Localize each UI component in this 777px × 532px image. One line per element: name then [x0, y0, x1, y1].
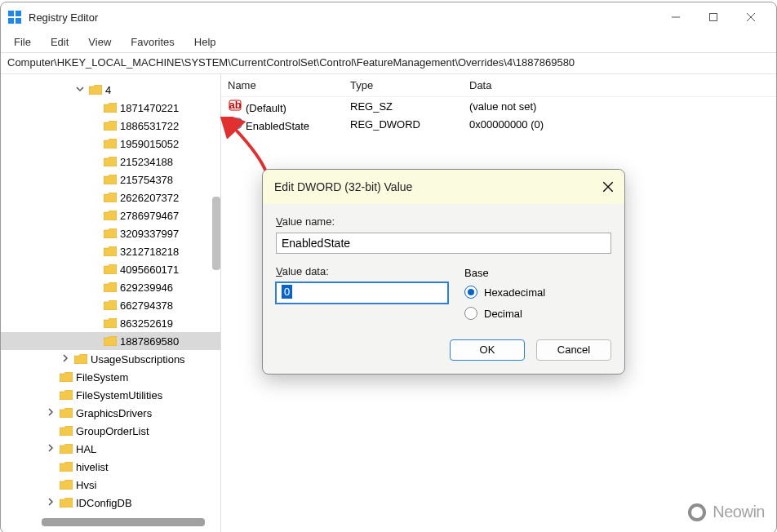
value-row[interactable]: 011EnabledStateREG_DWORD0x00000000 (0) [221, 115, 776, 133]
base-label: Base [464, 267, 611, 279]
tree-item[interactable]: 662794378 [1, 296, 220, 314]
tree-label: GraphicsDrivers [76, 407, 152, 419]
cancel-button[interactable]: Cancel [536, 339, 611, 361]
radio-decimal[interactable]: Decimal [464, 307, 611, 320]
svg-rect-3 [16, 18, 21, 24]
menu-help[interactable]: Help [186, 33, 224, 51]
tree-item[interactable]: 1886531722 [1, 117, 220, 135]
tree-pane[interactable]: 4187147022118865317221959015052215234188… [1, 74, 221, 532]
value-data-input[interactable]: 0 [276, 282, 448, 304]
tree-item[interactable]: HAL [1, 440, 220, 458]
folder-icon [74, 354, 87, 364]
tree-item[interactable]: 4095660171 [1, 260, 220, 278]
tree-label: IDConfigDB [76, 497, 132, 509]
chevron-right-icon[interactable] [45, 444, 56, 454]
base-group: Base Hexadecimal Decimal [464, 265, 611, 330]
tree-item[interactable]: 2786979467 [1, 206, 220, 224]
tree-label: Hvsi [76, 479, 96, 491]
tree-item[interactable]: 4 [1, 81, 220, 99]
tree-label: hivelist [76, 461, 109, 473]
close-button[interactable] [732, 2, 770, 32]
menu-file[interactable]: File [6, 33, 39, 51]
tree-item[interactable]: 1871470221 [1, 99, 220, 117]
tree-item[interactable]: Hvsi [1, 476, 220, 494]
tree-item[interactable]: 215234188 [1, 153, 220, 171]
svg-rect-0 [8, 11, 14, 16]
tree-item[interactable]: IDConfigDB [1, 494, 220, 512]
dword-value-icon: 011 [228, 116, 242, 131]
radio-dot-icon [464, 307, 477, 320]
folder-icon [104, 264, 117, 274]
tree-label: 1871470221 [120, 102, 179, 114]
ok-button[interactable]: OK [450, 339, 525, 361]
tree-scrollbar-vertical[interactable] [212, 197, 220, 270]
tree-item[interactable]: UsageSubscriptions [1, 350, 220, 368]
dialog-close-button[interactable] [603, 180, 613, 194]
menu-view[interactable]: View [80, 33, 119, 51]
folder-icon [104, 157, 117, 166]
folder-icon [89, 85, 102, 95]
column-type[interactable]: Type [350, 79, 469, 91]
hex-label: Hexadecimal [484, 286, 545, 299]
menu-edit[interactable]: Edit [42, 33, 77, 51]
registry-editor-icon [7, 10, 22, 24]
tree-item[interactable]: 1959015052 [1, 135, 220, 153]
folder-icon [60, 462, 73, 472]
tree-item[interactable]: GraphicsDrivers [1, 404, 220, 422]
value-name-input[interactable] [276, 233, 611, 254]
value-name-cell: 011EnabledState [228, 116, 350, 132]
value-type-cell: REG_DWORD [350, 118, 469, 131]
folder-icon [104, 282, 117, 292]
tree-label: 2626207372 [120, 192, 179, 204]
tree-label: 3212718218 [120, 246, 179, 258]
minimize-button[interactable] [657, 2, 695, 32]
folder-icon [104, 336, 117, 346]
folder-icon [60, 444, 73, 454]
column-data[interactable]: Data [469, 79, 770, 91]
tree-item[interactable]: 1887869580 [1, 332, 220, 350]
menu-favorites[interactable]: Favorites [122, 33, 182, 51]
chevron-right-icon[interactable] [45, 498, 56, 508]
tree-item[interactable]: 3209337997 [1, 224, 220, 242]
tree-item[interactable]: GroupOrderList [1, 422, 220, 440]
tree-label: 863252619 [120, 317, 173, 330]
svg-rect-1 [16, 11, 21, 16]
folder-icon [104, 228, 117, 238]
value-name-cell: ab(Default) [228, 98, 350, 114]
folder-icon [104, 246, 117, 256]
radio-hexadecimal[interactable]: Hexadecimal [464, 286, 611, 299]
tree-item[interactable]: FileSystem [1, 368, 220, 386]
tree-label: 1959015052 [120, 138, 179, 150]
svg-rect-2 [8, 18, 14, 24]
tree-label: 4095660171 [120, 264, 179, 276]
tree-label: 4 [105, 84, 111, 96]
window-title: Registry Editor [29, 11, 657, 24]
tree-item[interactable]: 629239946 [1, 278, 220, 296]
values-header: Name Type Data [221, 74, 776, 97]
tree-item[interactable]: 863252619 [1, 314, 220, 332]
value-data-cell: 0x00000000 (0) [469, 118, 770, 131]
chevron-right-icon[interactable] [60, 354, 71, 364]
chevron-right-icon[interactable] [45, 408, 56, 418]
tree-item[interactable]: hivelist [1, 458, 220, 476]
tree-item[interactable]: FileSystemUtilities [1, 386, 220, 404]
value-row[interactable]: ab(Default)REG_SZ(value not set) [221, 97, 776, 115]
column-name[interactable]: Name [228, 79, 350, 91]
tree-item[interactable]: 215754378 [1, 171, 220, 188]
neowin-logo-icon [688, 503, 706, 521]
tree-item[interactable]: 3212718218 [1, 242, 220, 260]
value-data-label: Value data: [276, 265, 448, 277]
tree-label: 2786979467 [120, 210, 179, 222]
neowin-watermark: Neowin [688, 503, 765, 521]
address-bar[interactable]: Computer\HKEY_LOCAL_MACHINE\SYSTEM\Curre… [1, 53, 776, 74]
maximize-button[interactable] [695, 2, 732, 32]
titlebar: Registry Editor [1, 2, 776, 32]
tree-label: GroupOrderList [76, 425, 149, 437]
tree-item[interactable]: 2626207372 [1, 188, 220, 206]
tree-scrollbar-horizontal[interactable] [42, 518, 205, 526]
string-value-icon: ab [228, 98, 242, 113]
folder-icon [60, 390, 73, 400]
tree-label: 215754378 [120, 174, 173, 186]
chevron-down-icon[interactable] [74, 85, 86, 95]
tree-label: 662794378 [120, 299, 173, 312]
